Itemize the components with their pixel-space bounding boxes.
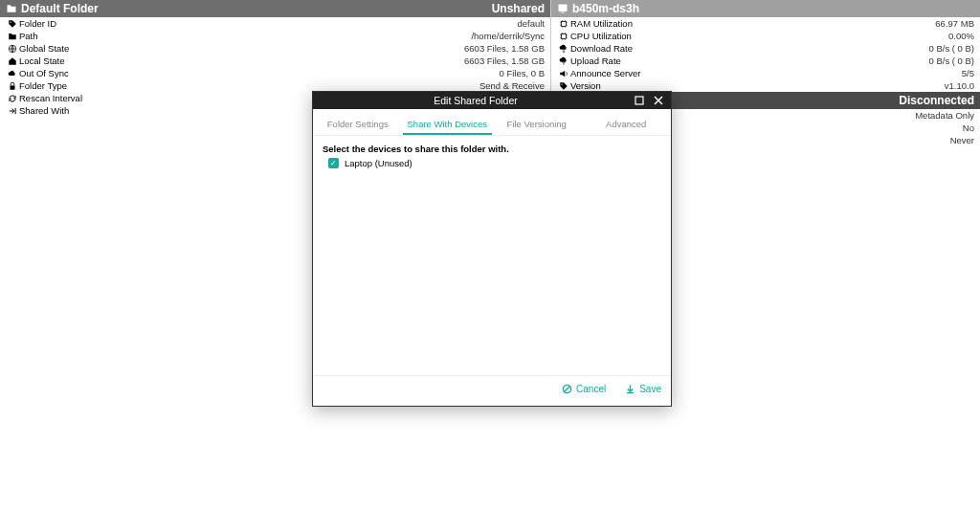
cloud-down-icon (557, 44, 570, 54)
row-value: /home/derrik/Sync (38, 31, 545, 41)
row-label: CPU Utilization (570, 31, 632, 41)
folder-status: Unshared (492, 2, 545, 15)
cloud-icon (6, 69, 19, 78)
row-label: Download Rate (570, 43, 633, 54)
share-instruction: Select the devices to share this folder … (323, 144, 661, 154)
device-share-row: ✓Laptop (Unused) (328, 158, 661, 168)
local-device-info-row: Download Rate0 B/s ( 0 B) (551, 42, 980, 55)
modal-title: Edit Shared Folder (319, 95, 633, 106)
close-button[interactable] (652, 94, 665, 107)
edit-shared-folder-modal: Edit Shared Folder Folder SettingsShare … (312, 91, 672, 407)
row-value: 5/5 (640, 68, 974, 78)
svg-rect-3 (559, 5, 568, 12)
row-label: Global State (19, 43, 69, 54)
folder-panel-header[interactable]: Default Folder Unshared (0, 0, 550, 17)
chip-icon (557, 19, 570, 29)
row-label: Out Of Sync (19, 68, 69, 78)
tab-file-versioning[interactable]: File Versioning (492, 115, 582, 135)
announce-icon (557, 69, 570, 78)
globe-icon (6, 44, 19, 54)
local-device-info-row: Announce Server5/5 (551, 67, 980, 79)
row-value: 0 Files, 0 B (69, 68, 545, 78)
row-value: 6603 Files, 1.58 GB (69, 43, 545, 54)
lock-icon (6, 81, 19, 91)
svg-rect-2 (11, 85, 15, 89)
row-label: Rescan Interval (19, 93, 82, 103)
maximize-button[interactable] (633, 94, 646, 107)
folder-info-row: Folder IDdefault (0, 17, 550, 30)
row-label: Local State (19, 55, 65, 66)
folder-icon (6, 3, 17, 14)
svg-point-7 (562, 83, 563, 84)
svg-rect-10 (635, 97, 643, 104)
cancel-label: Cancel (576, 384, 606, 394)
save-button[interactable]: Save (625, 384, 661, 394)
local-device-title: b450m-ds3h (572, 2, 639, 15)
device-name: Laptop (Unused) (345, 158, 412, 168)
row-value: 0 B/s ( 0 B) (633, 43, 974, 54)
svg-rect-4 (561, 12, 566, 13)
chip-icon (557, 32, 570, 41)
row-value: 0.00% (632, 31, 974, 41)
row-value: default (56, 18, 545, 29)
device-checkbox[interactable]: ✓ (328, 158, 339, 168)
folder-info-row: Global State6603 Files, 1.58 GB (0, 42, 550, 55)
row-label: Shared With (19, 105, 69, 116)
folder-title: Default Folder (21, 2, 99, 15)
row-label: RAM Utilization (570, 18, 633, 29)
local-device-header[interactable]: b450m-ds3h (551, 0, 980, 17)
refresh-icon (6, 94, 19, 103)
cloud-up-icon (557, 56, 570, 66)
folder-info-row: Local State6603 Files, 1.58 GB (0, 55, 550, 67)
row-label: Path (19, 31, 38, 41)
share-icon (6, 106, 19, 116)
row-label: Folder ID (19, 18, 56, 29)
modal-titlebar: Edit Shared Folder (313, 92, 671, 109)
svg-rect-6 (562, 33, 567, 38)
svg-line-14 (565, 387, 570, 392)
row-value: v1.10.0 (601, 80, 974, 91)
tab-share-with-devices[interactable]: Share With Devices (403, 115, 493, 135)
row-label: Announce Server (570, 68, 640, 78)
svg-point-0 (11, 21, 11, 22)
save-icon (625, 384, 635, 394)
tag-icon (6, 19, 19, 29)
row-value: Send & Receive (67, 80, 545, 91)
folder-icon (6, 32, 19, 41)
row-value: 66.97 MB (633, 18, 974, 29)
save-label: Save (639, 384, 661, 394)
row-label: Folder Type (19, 80, 67, 91)
local-device-info-row: CPU Utilization0.00% (551, 30, 980, 42)
tag-icon (557, 81, 570, 91)
cancel-button[interactable]: Cancel (562, 384, 606, 394)
tab-folder-settings[interactable]: Folder Settings (313, 115, 403, 135)
tab-advanced[interactable]: Advanced (582, 115, 672, 135)
home-icon (6, 56, 19, 66)
cancel-icon (562, 384, 572, 394)
row-value: 6603 Files, 1.58 GB (65, 55, 545, 66)
row-label: Version (570, 80, 601, 91)
local-device-info-row: RAM Utilization66.97 MB (551, 17, 980, 30)
row-label: Upload Rate (570, 55, 621, 66)
row-value: 0 B/s ( 0 B) (621, 55, 974, 66)
folder-info-row: Path/home/derrik/Sync (0, 30, 550, 42)
remote-device-status: Disconnected (899, 94, 974, 107)
svg-rect-5 (562, 21, 567, 26)
local-device-info-row: Upload Rate0 B/s ( 0 B) (551, 55, 980, 67)
device-icon (557, 3, 568, 14)
folder-info-row: Out Of Sync0 Files, 0 B (0, 67, 550, 79)
